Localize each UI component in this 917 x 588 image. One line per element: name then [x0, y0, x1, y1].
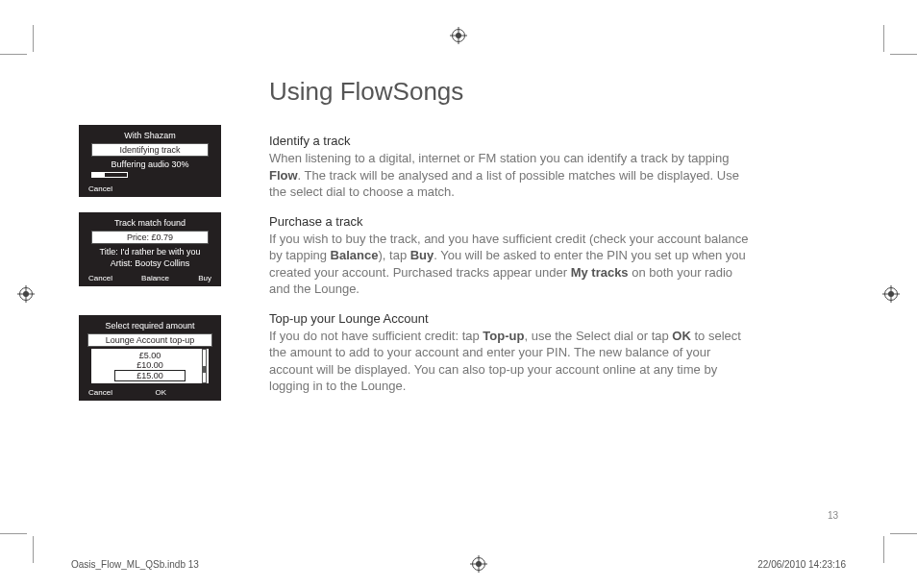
- amount-option[interactable]: £10.00: [91, 360, 209, 370]
- registration-mark-icon: [470, 555, 487, 573]
- crop-mark: [0, 54, 27, 55]
- ok-button[interactable]: OK: [156, 388, 167, 397]
- footer-date: 22/06/2010 14:23:16: [757, 559, 846, 570]
- cancel-button[interactable]: Cancel: [88, 388, 112, 397]
- registration-mark-icon: [17, 285, 35, 303]
- footer: Oasis_Flow_ML_QSb.indb 13 22/06/2010 14:…: [71, 555, 846, 573]
- crop-mark: [883, 536, 884, 563]
- buy-button[interactable]: Buy: [198, 274, 211, 282]
- device-screenshots: With Shazam Identifying track Buffering …: [79, 125, 221, 416]
- section-body-purchase: If you wish to buy the track, and you ha…: [269, 231, 750, 298]
- page-title: Using FlowSongs: [269, 77, 750, 107]
- amount-option[interactable]: £5.00: [91, 351, 209, 360]
- screen-topup-box: Lounge Account top-up: [87, 333, 212, 347]
- registration-mark-icon: [882, 285, 900, 303]
- cancel-button[interactable]: Cancel: [88, 184, 112, 193]
- section-heading-purchase: Purchase a track: [269, 214, 750, 229]
- section-heading-topup: Top-up your Lounge Account: [269, 311, 750, 326]
- amount-option-selected[interactable]: £15.00: [114, 370, 186, 381]
- crop-mark: [890, 533, 917, 534]
- scrollbar[interactable]: [202, 349, 207, 383]
- screen-header: Track match found: [86, 217, 214, 229]
- progress-bar: [91, 172, 128, 178]
- screen-status-box: Identifying track: [91, 143, 209, 157]
- crop-mark: [33, 536, 34, 563]
- page-number: 13: [828, 510, 838, 521]
- section-body-identify: When listening to a digital, internet or…: [269, 150, 750, 201]
- amount-list[interactable]: £5.00 £10.00 £15.00: [91, 349, 209, 383]
- screen-topup: Select required amount Lounge Account to…: [79, 315, 221, 401]
- crop-mark: [0, 533, 27, 534]
- balance-button[interactable]: Balance: [141, 274, 169, 282]
- main-content: Using FlowSongs Identify a track When li…: [269, 77, 750, 395]
- registration-mark-icon: [450, 27, 467, 44]
- cancel-button[interactable]: Cancel: [88, 274, 112, 282]
- footer-file: Oasis_Flow_ML_QSb.indb 13: [71, 559, 199, 570]
- screen-header: With Shazam: [86, 130, 214, 141]
- screen-header: Select required amount: [86, 320, 214, 331]
- section-body-topup: If you do not have sufficient credit: ta…: [269, 328, 750, 395]
- track-title: Title: I'd rather be with you: [86, 246, 214, 257]
- crop-mark: [890, 54, 917, 55]
- screen-status-text: Buffering audio 30%: [86, 159, 214, 170]
- crop-mark: [33, 25, 34, 52]
- screen-identify: With Shazam Identifying track Buffering …: [79, 125, 221, 197]
- section-heading-identify: Identify a track: [269, 134, 750, 148]
- screen-price-box: Price: £0.79: [91, 231, 209, 244]
- crop-mark: [883, 25, 884, 52]
- track-artist: Artist: Bootsy Collins: [86, 257, 214, 269]
- screen-match: Track match found Price: £0.79 Title: I'…: [79, 212, 221, 286]
